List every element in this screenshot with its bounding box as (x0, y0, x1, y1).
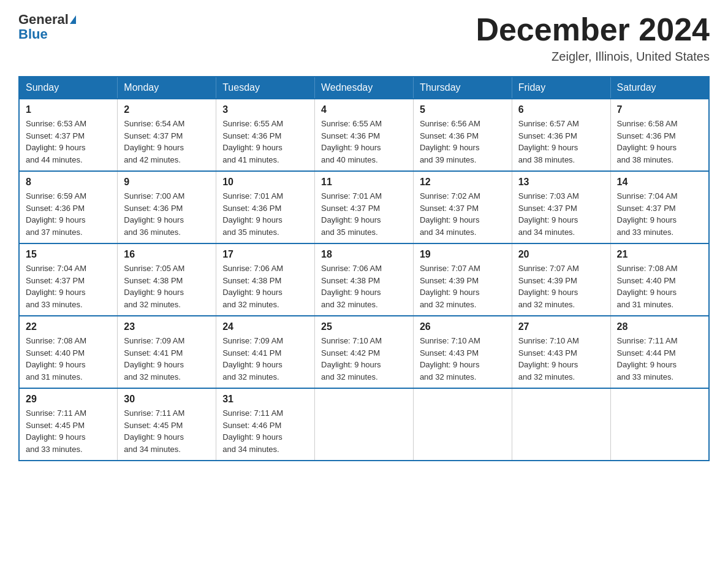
calendar-day-7: 7Sunrise: 6:58 AMSunset: 4:36 PMDaylight… (610, 99, 709, 171)
day-number: 25 (321, 321, 407, 332)
day-info: Sunrise: 7:02 AMSunset: 4:37 PMDaylight:… (420, 190, 506, 238)
month-title: December 2024 (476, 12, 710, 47)
day-info: Sunrise: 6:53 AMSunset: 4:37 PMDaylight:… (26, 118, 111, 166)
calendar-week-3: 15Sunrise: 7:04 AMSunset: 4:37 PMDayligh… (19, 243, 709, 316)
day-number: 11 (321, 177, 407, 188)
weekday-header-sunday: Sunday (19, 77, 118, 99)
calendar-week-4: 22Sunrise: 7:08 AMSunset: 4:40 PMDayligh… (19, 316, 709, 388)
weekday-header-wednesday: Wednesday (315, 77, 414, 99)
weekday-header-saturday: Saturday (610, 77, 709, 99)
day-info: Sunrise: 7:06 AMSunset: 4:38 PMDaylight:… (222, 262, 308, 310)
calendar-day-14: 14Sunrise: 7:04 AMSunset: 4:37 PMDayligh… (610, 171, 709, 243)
calendar-day-9: 9Sunrise: 7:00 AMSunset: 4:36 PMDaylight… (118, 171, 216, 243)
calendar-day-3: 3Sunrise: 6:55 AMSunset: 4:36 PMDaylight… (216, 99, 315, 171)
logo: General Blue (18, 12, 76, 42)
day-number: 5 (420, 104, 506, 115)
day-info: Sunrise: 6:54 AMSunset: 4:37 PMDaylight:… (124, 118, 210, 166)
day-number: 21 (617, 249, 702, 260)
logo-triangle-icon (70, 15, 76, 24)
calendar-day-5: 5Sunrise: 6:56 AMSunset: 4:36 PMDaylight… (413, 99, 512, 171)
calendar-day-1: 1Sunrise: 6:53 AMSunset: 4:37 PMDaylight… (19, 99, 118, 171)
calendar-week-1: 1Sunrise: 6:53 AMSunset: 4:37 PMDaylight… (19, 99, 709, 171)
calendar-day-25: 25Sunrise: 7:10 AMSunset: 4:42 PMDayligh… (315, 316, 414, 388)
day-info: Sunrise: 7:11 AMSunset: 4:46 PMDaylight:… (222, 407, 308, 455)
calendar-day-26: 26Sunrise: 7:10 AMSunset: 4:43 PMDayligh… (413, 316, 512, 388)
calendar-day-18: 18Sunrise: 7:06 AMSunset: 4:38 PMDayligh… (315, 243, 414, 316)
day-number: 1 (26, 104, 111, 115)
calendar-day-20: 20Sunrise: 7:07 AMSunset: 4:39 PMDayligh… (512, 243, 610, 316)
calendar-day-11: 11Sunrise: 7:01 AMSunset: 4:37 PMDayligh… (315, 171, 414, 243)
calendar-day-17: 17Sunrise: 7:06 AMSunset: 4:38 PMDayligh… (216, 243, 315, 316)
day-info: Sunrise: 7:09 AMSunset: 4:41 PMDaylight:… (222, 335, 308, 383)
logo-general-text: General (18, 12, 69, 27)
day-info: Sunrise: 7:11 AMSunset: 4:45 PMDaylight:… (26, 407, 111, 455)
weekday-header-tuesday: Tuesday (216, 77, 315, 99)
day-number: 26 (420, 321, 506, 332)
day-number: 17 (222, 249, 308, 260)
day-info: Sunrise: 7:10 AMSunset: 4:43 PMDaylight:… (420, 335, 506, 383)
day-info: Sunrise: 6:58 AMSunset: 4:36 PMDaylight:… (617, 118, 702, 166)
title-block: December 2024 Zeigler, Illinois, United … (476, 12, 710, 64)
day-info: Sunrise: 7:04 AMSunset: 4:37 PMDaylight:… (617, 190, 702, 238)
day-info: Sunrise: 7:04 AMSunset: 4:37 PMDaylight:… (26, 262, 111, 310)
day-number: 16 (124, 249, 210, 260)
weekday-header-thursday: Thursday (413, 77, 512, 99)
calendar-day-12: 12Sunrise: 7:02 AMSunset: 4:37 PMDayligh… (413, 171, 512, 243)
calendar-day-28: 28Sunrise: 7:11 AMSunset: 4:44 PMDayligh… (610, 316, 709, 388)
day-info: Sunrise: 7:07 AMSunset: 4:39 PMDaylight:… (518, 262, 604, 310)
day-info: Sunrise: 7:07 AMSunset: 4:39 PMDaylight:… (420, 262, 506, 310)
day-info: Sunrise: 7:00 AMSunset: 4:36 PMDaylight:… (124, 190, 210, 238)
day-number: 27 (518, 321, 604, 332)
location-text: Zeigler, Illinois, United States (476, 50, 710, 64)
day-number: 7 (617, 104, 702, 115)
day-info: Sunrise: 7:10 AMSunset: 4:42 PMDaylight:… (321, 335, 407, 383)
calendar-empty-cell (610, 388, 709, 461)
calendar-empty-cell (512, 388, 610, 461)
weekday-header-monday: Monday (118, 77, 216, 99)
calendar-day-21: 21Sunrise: 7:08 AMSunset: 4:40 PMDayligh… (610, 243, 709, 316)
day-number: 18 (321, 249, 407, 260)
day-number: 20 (518, 249, 604, 260)
day-number: 13 (518, 177, 604, 188)
calendar-day-6: 6Sunrise: 6:57 AMSunset: 4:36 PMDaylight… (512, 99, 610, 171)
logo-blue-text: Blue (18, 27, 76, 42)
page-header: General Blue December 2024 Zeigler, Illi… (18, 12, 710, 64)
day-info: Sunrise: 7:11 AMSunset: 4:44 PMDaylight:… (617, 335, 702, 383)
calendar-day-29: 29Sunrise: 7:11 AMSunset: 4:45 PMDayligh… (19, 388, 118, 461)
calendar-day-15: 15Sunrise: 7:04 AMSunset: 4:37 PMDayligh… (19, 243, 118, 316)
calendar-week-2: 8Sunrise: 6:59 AMSunset: 4:36 PMDaylight… (19, 171, 709, 243)
day-info: Sunrise: 7:08 AMSunset: 4:40 PMDaylight:… (617, 262, 702, 310)
calendar-day-22: 22Sunrise: 7:08 AMSunset: 4:40 PMDayligh… (19, 316, 118, 388)
day-info: Sunrise: 7:11 AMSunset: 4:45 PMDaylight:… (124, 407, 210, 455)
day-info: Sunrise: 7:08 AMSunset: 4:40 PMDaylight:… (26, 335, 111, 383)
calendar-day-24: 24Sunrise: 7:09 AMSunset: 4:41 PMDayligh… (216, 316, 315, 388)
day-info: Sunrise: 7:06 AMSunset: 4:38 PMDaylight:… (321, 262, 407, 310)
day-info: Sunrise: 7:05 AMSunset: 4:38 PMDaylight:… (124, 262, 210, 310)
day-info: Sunrise: 6:55 AMSunset: 4:36 PMDaylight:… (222, 118, 308, 166)
day-number: 3 (222, 104, 308, 115)
calendar-day-27: 27Sunrise: 7:10 AMSunset: 4:43 PMDayligh… (512, 316, 610, 388)
day-info: Sunrise: 7:01 AMSunset: 4:36 PMDaylight:… (222, 190, 308, 238)
calendar-day-2: 2Sunrise: 6:54 AMSunset: 4:37 PMDaylight… (118, 99, 216, 171)
day-number: 29 (26, 394, 111, 405)
weekday-header-friday: Friday (512, 77, 610, 99)
calendar-week-5: 29Sunrise: 7:11 AMSunset: 4:45 PMDayligh… (19, 388, 709, 461)
day-number: 23 (124, 321, 210, 332)
day-number: 9 (124, 177, 210, 188)
calendar-header-row: SundayMondayTuesdayWednesdayThursdayFrid… (19, 77, 709, 99)
calendar-empty-cell (413, 388, 512, 461)
day-info: Sunrise: 7:09 AMSunset: 4:41 PMDaylight:… (124, 335, 210, 383)
day-number: 4 (321, 104, 407, 115)
day-number: 14 (617, 177, 702, 188)
day-number: 24 (222, 321, 308, 332)
calendar-day-8: 8Sunrise: 6:59 AMSunset: 4:36 PMDaylight… (19, 171, 118, 243)
day-info: Sunrise: 7:03 AMSunset: 4:37 PMDaylight:… (518, 190, 604, 238)
day-number: 8 (26, 177, 111, 188)
day-number: 15 (26, 249, 111, 260)
calendar-day-16: 16Sunrise: 7:05 AMSunset: 4:38 PMDayligh… (118, 243, 216, 316)
day-info: Sunrise: 7:01 AMSunset: 4:37 PMDaylight:… (321, 190, 407, 238)
day-number: 31 (222, 394, 308, 405)
day-number: 30 (124, 394, 210, 405)
calendar-empty-cell (315, 388, 414, 461)
calendar-day-10: 10Sunrise: 7:01 AMSunset: 4:36 PMDayligh… (216, 171, 315, 243)
